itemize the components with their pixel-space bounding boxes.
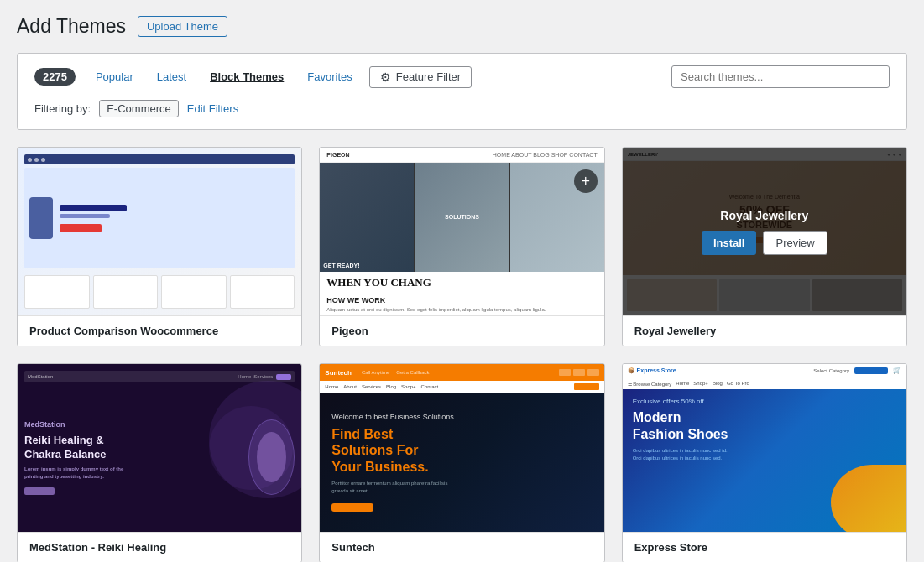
page-header: Add Themes Upload Theme — [17, 15, 907, 38]
med-nav: MedStation Home Services — [24, 371, 295, 382]
plus-badge: + — [574, 169, 598, 193]
theme-card-pigeon[interactable]: PIGEON HOME ABOUT BLOG SHOP CONTACT GET … — [319, 147, 604, 346]
theme-card-product-comparison[interactable]: Product Comparison Woocommerce — [17, 147, 302, 346]
ss-nav — [24, 154, 295, 164]
express-nav: 📦 Express Store Select Category 🛒 — [623, 364, 906, 377]
edit-filters-link[interactable]: Edit Filters — [187, 102, 238, 115]
suntech-nav: Suntech Call Anytime Get a Callback — [320, 364, 603, 381]
theme-screenshot-product-comparison — [18, 148, 301, 315]
express-subnav: ☰ Browse Category HomeShop+BlogGo To Pro — [623, 377, 906, 389]
overlay-theme-name: Royal Jewellery — [720, 209, 808, 222]
pigeon-text-section: WHEN YOU CHANG — [320, 272, 603, 294]
ss-products — [24, 275, 295, 309]
search-wrap — [671, 65, 890, 88]
suntech-hero: Welcome to best Business Solutions Find … — [320, 393, 603, 532]
med-content: MedStation Reiki Healing &Chakra Balance… — [24, 389, 295, 525]
theme-screenshot-meditation: MedStation Home Services MedStation Reik… — [18, 364, 301, 532]
search-input[interactable] — [671, 65, 890, 88]
theme-screenshot-suntech: Suntech Call Anytime Get a Callback Home… — [320, 364, 603, 532]
page-title: Add Themes — [17, 15, 126, 38]
theme-name-pigeon: Pigeon — [320, 315, 603, 346]
filtering-by-label: Filtering by: — [34, 102, 91, 115]
theme-overlay-royal: Royal Jewellery Install Preview — [623, 148, 906, 315]
gear-icon: ⚙ — [380, 70, 391, 84]
tab-block-themes[interactable]: Block Themes — [200, 67, 294, 86]
theme-screenshot-express: 📦 Express Store Select Category 🛒 ☰ Brow… — [623, 364, 906, 532]
theme-card-suntech[interactable]: Suntech Call Anytime Get a Callback Home… — [319, 363, 604, 562]
feature-filter-label: Feature Filter — [396, 70, 461, 83]
filter-tabs-row: 2275 Popular Latest Block Themes Favorit… — [34, 65, 890, 88]
feature-filter-button[interactable]: ⚙ Feature Filter — [369, 66, 472, 88]
pigeon-nav: PIGEON HOME ABOUT BLOG SHOP CONTACT — [320, 148, 603, 163]
express-hero: Exclusive offers 50% off ModernFashion S… — [623, 389, 906, 532]
theme-screenshot-royal: JEWELLERY ●●● Welcome To The Dementia 50… — [623, 148, 906, 315]
ss-phone — [29, 197, 53, 239]
tab-latest[interactable]: Latest — [147, 67, 196, 86]
pigeon-hero-grid: GET READY! SOLUTIONS + — [320, 163, 603, 272]
theme-card-royal-jewellery[interactable]: JEWELLERY ●●● Welcome To The Dementia 50… — [622, 147, 907, 346]
ss-hero — [24, 168, 295, 268]
theme-screenshot-pigeon: PIGEON HOME ABOUT BLOG SHOP CONTACT GET … — [320, 148, 603, 315]
tab-popular[interactable]: Popular — [86, 67, 144, 86]
theme-name-suntech: Suntech — [320, 532, 603, 562]
filter-bar: 2275 Popular Latest Block Themes Favorit… — [17, 53, 907, 130]
suntech-subnav: HomeAboutServicesBlogShop+Contact — [320, 381, 603, 393]
overlay-actions: Install Preview — [702, 231, 827, 255]
install-button-royal[interactable]: Install — [702, 231, 757, 255]
preview-button-royal[interactable]: Preview — [763, 231, 827, 255]
theme-name-royal: Royal Jewellery — [623, 315, 906, 346]
theme-name-meditation: MedStation - Reiki Healing — [18, 532, 301, 562]
ss-text-block — [60, 205, 127, 232]
active-filter-tag: E-Commerce — [99, 100, 179, 117]
theme-name-product-comparison: Product Comparison Woocommerce — [18, 315, 301, 346]
themes-grid: Product Comparison Woocommerce PIGEON HO… — [17, 147, 907, 562]
theme-card-express-store[interactable]: 📦 Express Store Select Category 🛒 ☰ Brow… — [622, 363, 907, 562]
filtering-info: Filtering by: E-Commerce Edit Filters — [34, 100, 890, 117]
tab-favorites[interactable]: Favorites — [297, 67, 362, 86]
upload-theme-button[interactable]: Upload Theme — [138, 16, 227, 37]
page-wrapper: Add Themes Upload Theme 2275 Popular Lat… — [0, 0, 924, 562]
theme-count-badge: 2275 — [34, 68, 76, 86]
theme-name-express-store: Express Store — [623, 532, 906, 562]
theme-card-meditation[interactable]: MedStation Home Services MedStation Reik… — [17, 363, 302, 562]
tabs-container: 2275 Popular Latest Block Themes Favorit… — [34, 66, 472, 88]
